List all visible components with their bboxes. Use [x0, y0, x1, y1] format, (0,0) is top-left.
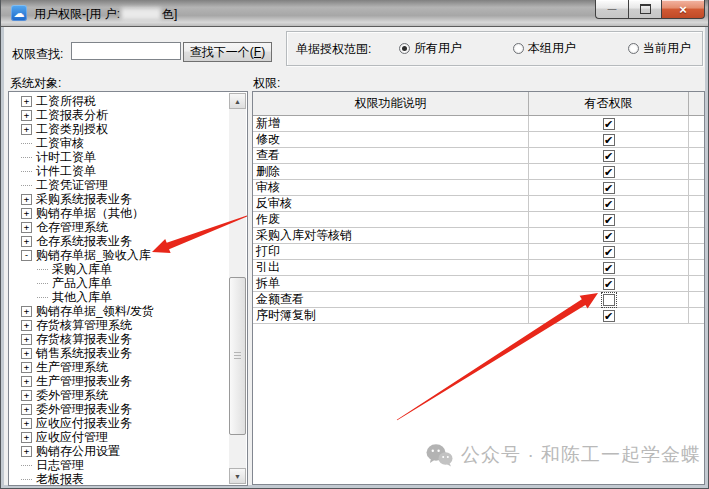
- permission-cell: ✔: [529, 276, 689, 291]
- expand-icon[interactable]: +: [21, 376, 32, 387]
- expand-icon[interactable]: +: [21, 306, 32, 317]
- expand-icon[interactable]: +: [21, 110, 32, 121]
- column-header-description: 权限功能说明: [253, 92, 529, 115]
- tree-item[interactable]: 产品入库单: [9, 276, 229, 290]
- checkbox-unchecked[interactable]: [603, 294, 615, 306]
- collapse-icon[interactable]: -: [21, 250, 32, 261]
- minimize-icon: —: [608, 5, 617, 14]
- permission-name: 作废: [253, 212, 529, 227]
- permission-name: 序时簿复制: [253, 308, 529, 323]
- system-objects-tree: +工资所得税+工资报表分析+工资类别授权工资审核计时工资单计件工资单工资凭证管理…: [8, 91, 248, 486]
- window-title-suffix: 色]: [162, 7, 177, 21]
- permission-name: 查看: [253, 148, 529, 163]
- tree-connector: [21, 143, 32, 144]
- radio-icon[interactable]: [399, 43, 410, 54]
- radio-icon[interactable]: [513, 43, 524, 54]
- maximize-button[interactable]: [628, 0, 662, 19]
- checkbox-checked[interactable]: ✔: [603, 118, 615, 130]
- expand-icon[interactable]: +: [21, 194, 32, 205]
- permission-cell: ✔: [529, 196, 689, 211]
- expand-icon[interactable]: +: [21, 236, 32, 247]
- permission-cell: ✔: [529, 132, 689, 147]
- scroll-up-button[interactable]: ▲: [229, 93, 246, 109]
- permissions-label: 权限:: [253, 75, 280, 92]
- tree-connector: [21, 465, 32, 466]
- expand-icon[interactable]: +: [21, 418, 32, 429]
- tree-connector: [37, 297, 48, 298]
- expand-icon[interactable]: +: [21, 390, 32, 401]
- checkbox-checked[interactable]: ✔: [603, 134, 615, 146]
- tree-item[interactable]: -购销存单据_验收入库: [9, 248, 229, 262]
- permission-row: 拆单✔: [253, 276, 704, 292]
- permission-row: 序时簿复制✔: [253, 308, 704, 324]
- expand-icon[interactable]: +: [21, 96, 32, 107]
- permission-cell: ✔: [529, 180, 689, 195]
- tree-connector: [21, 185, 32, 186]
- permission-name: 拆单: [253, 276, 529, 291]
- scope-radio-option[interactable]: 所有用户: [399, 40, 462, 57]
- tree-item[interactable]: 采购入库单: [9, 262, 229, 276]
- expand-icon[interactable]: +: [21, 334, 32, 345]
- radio-label: 所有用户: [414, 40, 462, 57]
- checkbox-checked[interactable]: ✔: [603, 198, 615, 210]
- scrollbar-thumb[interactable]: [229, 277, 246, 435]
- permission-cell: [529, 292, 689, 307]
- expand-icon[interactable]: +: [21, 208, 32, 219]
- expand-icon[interactable]: +: [21, 124, 32, 135]
- permission-cell: ✔: [529, 116, 689, 131]
- expand-icon[interactable]: +: [21, 404, 32, 415]
- permission-cell: ✔: [529, 244, 689, 259]
- permission-name: 审核: [253, 180, 529, 195]
- permission-row: 审核✔: [253, 180, 704, 196]
- system-objects-label: 系统对象:: [10, 75, 61, 92]
- permission-search-input[interactable]: [71, 42, 181, 60]
- scope-radio-option[interactable]: 本组用户: [513, 40, 576, 57]
- permission-name: 采购入库对等核销: [253, 228, 529, 243]
- tree-connector: [37, 283, 48, 284]
- checkbox-checked[interactable]: ✔: [603, 166, 615, 178]
- scope-radio-option[interactable]: 当前用户: [628, 40, 691, 57]
- watermark: 公众号 · 和陈工一起学金蝶: [426, 442, 701, 468]
- permission-row: 引出✔: [253, 260, 704, 276]
- table-header: 权限功能说明 有否权限: [253, 92, 704, 116]
- permissions-table: 权限功能说明 有否权限 新增✔修改✔查看✔删除✔审核✔反审核✔作废✔采购入库对等…: [252, 91, 705, 485]
- expand-icon[interactable]: +: [21, 320, 32, 331]
- expand-icon[interactable]: +: [21, 222, 32, 233]
- tree-item[interactable]: 老板报表: [9, 472, 229, 485]
- permission-name: 引出: [253, 260, 529, 275]
- radio-icon[interactable]: [628, 43, 639, 54]
- redacted-username: [121, 8, 161, 20]
- find-next-button[interactable]: 查找下一个(F): [183, 42, 272, 62]
- checkbox-checked[interactable]: ✔: [603, 262, 615, 274]
- tree-scrollbar[interactable]: ▲ ▼: [229, 93, 246, 484]
- expand-icon[interactable]: +: [21, 348, 32, 359]
- permission-row: 打印✔: [253, 244, 704, 260]
- permission-row: 查看✔: [253, 148, 704, 164]
- expand-icon[interactable]: +: [21, 362, 32, 373]
- checkbox-checked[interactable]: ✔: [603, 150, 615, 162]
- search-label: 权限查找:: [12, 46, 63, 63]
- checkbox-checked[interactable]: ✔: [603, 230, 615, 242]
- column-header-granted: 有否权限: [529, 92, 689, 115]
- expand-icon[interactable]: +: [21, 446, 32, 457]
- checkbox-checked[interactable]: ✔: [603, 182, 615, 194]
- permission-name: 修改: [253, 132, 529, 147]
- permission-name: 新增: [253, 116, 529, 131]
- checkbox-checked[interactable]: ✔: [603, 214, 615, 226]
- minimize-button[interactable]: —: [595, 0, 628, 19]
- tree-item-label: 老板报表: [36, 471, 84, 486]
- tree-connector: [37, 269, 48, 270]
- expand-icon[interactable]: +: [21, 432, 32, 443]
- checkbox-checked[interactable]: ✔: [603, 278, 615, 290]
- permission-name: 删除: [253, 164, 529, 179]
- cloud-glyph: ☁: [14, 8, 25, 19]
- checkbox-checked[interactable]: ✔: [603, 246, 615, 258]
- titlebar[interactable]: ☁ 用户权限-[用 户:色] — ×: [1, 0, 708, 27]
- tree-connector: [21, 479, 32, 480]
- permission-cell: ✔: [529, 164, 689, 179]
- tree-connector: [21, 171, 32, 172]
- close-button[interactable]: ×: [662, 0, 705, 19]
- scroll-down-button[interactable]: ▼: [229, 468, 246, 484]
- maximize-icon: [640, 4, 651, 14]
- checkbox-checked[interactable]: ✔: [603, 310, 615, 322]
